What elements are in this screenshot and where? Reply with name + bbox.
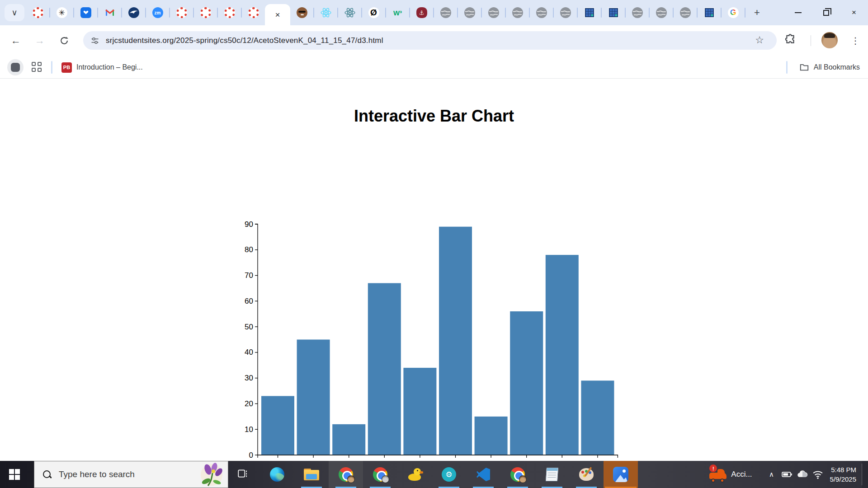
side-panel-button[interactable] [7,59,24,75]
canvas-icon [32,7,44,19]
new-tab-button[interactable]: + [745,0,769,25]
bar-E[interactable] [403,368,436,455]
pinned-tab[interactable]: ✳ [50,0,73,25]
start-button[interactable] [0,461,29,488]
bar-D[interactable] [368,283,401,455]
extensions-icon[interactable] [784,33,796,45]
taskbar-app-chrome-profile-a[interactable] [329,461,363,488]
pinned-tab[interactable] [650,0,673,25]
browser-toolbar: ← → srjcstudentsites.org/2025-spring/cs5… [0,25,868,56]
clock[interactable]: 5:48 PM 5/9/2025 [830,465,856,484]
pinned-tab[interactable] [578,0,601,25]
pinned-tab[interactable] [674,0,697,25]
taskbar-app-vscode[interactable] [466,461,500,488]
pinned-tab[interactable] [434,0,457,25]
y-tick-label: 50 [245,323,253,331]
bar-C[interactable] [332,424,365,455]
pinned-tab[interactable] [698,0,721,25]
bar-F[interactable] [439,227,472,455]
pinned-tab[interactable] [122,0,145,25]
taskbar-app-photos[interactable] [604,461,638,488]
profile-avatar[interactable] [821,32,838,48]
apps-grid-icon[interactable] [32,62,42,72]
pinned-tab[interactable] [458,0,481,25]
taskbar-search-input[interactable]: Type here to search [34,461,228,488]
pinned-tab[interactable]: Ø [362,0,385,25]
pinned-tab[interactable] [602,0,625,25]
taskbar-app-notepad[interactable] [535,461,569,488]
system-tray: ! Acci... ∧ [708,461,868,488]
y-tick-label: 20 [245,399,253,408]
restore-button[interactable] [812,0,840,25]
globe-icon [512,7,524,19]
canvas-icon [224,7,236,19]
site-settings-icon[interactable] [90,36,99,45]
show-desktop-button[interactable] [862,461,868,488]
reload-button[interactable] [55,32,73,50]
pinned-tab[interactable] [242,0,265,25]
pinned-tab[interactable] [98,0,121,25]
search-highlight-flower-image[interactable] [194,462,227,488]
battery-icon[interactable] [779,461,795,488]
pinned-tab[interactable] [554,0,577,25]
globe-icon [560,7,571,19]
pinned-tab[interactable] [338,0,361,25]
photos-icon [613,467,628,482]
alert-label[interactable]: Acci... [731,470,752,479]
minimize-button[interactable] [784,0,812,25]
active-tab-d3-page[interactable]: × [265,4,290,25]
canvas-icon [176,7,188,19]
pinned-tab[interactable]: G [722,0,745,25]
traffic-alert-icon[interactable]: ! [708,465,727,483]
address-bar[interactable]: srjcstudentsites.org/2025-spring/cs50c/1… [83,31,777,50]
taskbar-app-edge[interactable] [260,461,294,488]
pinned-tab[interactable]: ⚓ [410,0,433,25]
url-text[interactable]: srjcstudentsites.org/2025-spring/cs50c/1… [106,36,383,45]
pinned-tab[interactable] [530,0,553,25]
pinned-tab[interactable] [314,0,337,25]
taskbar-app-chrome-profile-c[interactable] [500,461,535,488]
pinned-tab[interactable]: zm [146,0,169,25]
bar-H[interactable] [510,311,543,455]
y-tick-label: 0 [249,451,253,460]
bar-J[interactable] [581,380,614,455]
onedrive-cloud-icon[interactable] [795,461,810,488]
bookmark-item[interactable]: PB Introduction – Begi... [61,59,143,75]
close-button[interactable]: × [840,0,868,25]
wifi-icon[interactable] [810,461,826,488]
pinned-tab[interactable] [26,0,49,25]
pinned-tabs-row: ✳ zm × ØW³⚓ [26,0,769,25]
tab-search-chevron-icon[interactable]: ∨ [5,4,24,21]
back-button[interactable]: ← [7,32,25,50]
y-tick-label: 40 [245,348,253,357]
globe-icon [488,7,500,19]
taskbar-app-file-explorer[interactable] [294,461,329,488]
hidden-icons-chevron[interactable]: ∧ [764,461,779,488]
browser-menu-button[interactable]: ⋮ [846,32,864,50]
bar-A[interactable] [261,396,294,455]
all-bookmarks-button[interactable]: All Bookmarks [799,59,860,75]
chrome-profile-a-icon [339,467,353,482]
bar-I[interactable] [546,255,579,455]
taskbar-app-task-view[interactable] [226,461,260,488]
taskbar-app-gear-app[interactable]: ⚙ [432,461,466,488]
bookmark-star-icon[interactable]: ☆ [755,34,764,46]
bar-G[interactable] [475,417,508,455]
close-tab-icon[interactable]: × [275,10,280,19]
table-grid-icon [584,7,595,19]
bar-B[interactable] [297,340,330,455]
pinned-tab[interactable] [506,0,529,25]
taskbar-app-chrome-profile-b[interactable] [363,461,397,488]
pinned-tab[interactable] [218,0,241,25]
pinned-tab[interactable] [194,0,217,25]
forward-button[interactable]: → [31,32,49,50]
pinned-tab[interactable] [626,0,649,25]
pinned-tab[interactable] [74,0,97,25]
pinned-tab[interactable]: W³ [386,0,409,25]
taskbar-app-paint[interactable] [569,461,604,488]
task-view-icon [237,468,249,481]
pinned-tab[interactable] [290,0,313,25]
taskbar-app-rubber-duck[interactable] [397,461,432,488]
pinned-tab[interactable] [482,0,505,25]
pinned-tab[interactable] [170,0,193,25]
